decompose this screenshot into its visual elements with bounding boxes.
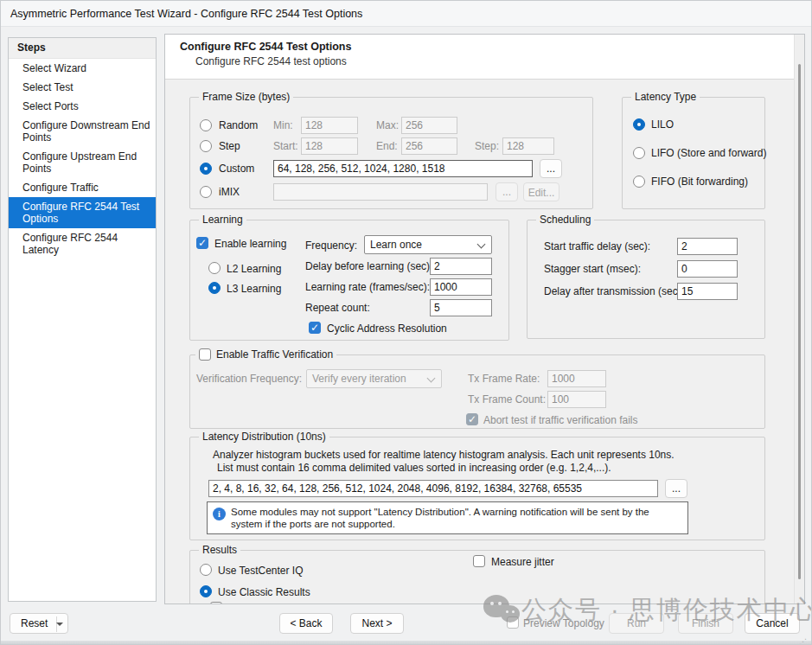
sidebar-item-rfc2544-latency[interactable]: Configure RFC 2544 Latency (9, 228, 156, 259)
frame-size-imix-radio[interactable] (200, 186, 212, 198)
enable-learning-label: Enable learning (214, 238, 286, 250)
sidebar-item-rfc2544-options[interactable]: Configure RFC 2544 Test Options (9, 197, 156, 228)
lifo-radio[interactable] (633, 147, 645, 159)
window-title: Asymmetric Performance Test Wizard - Con… (10, 8, 362, 20)
step-field[interactable] (502, 137, 554, 155)
frequency-value: Learn once (370, 239, 422, 251)
frame-size-random-radio[interactable] (200, 119, 212, 131)
latency-type-legend: Latency Type (631, 91, 700, 103)
delay-before-learning-label: Delay before learning (sec): (305, 260, 432, 272)
imix-field[interactable] (273, 183, 488, 201)
learning-rate-field[interactable] (430, 278, 492, 296)
frequency-dropdown[interactable]: Learn once (364, 235, 492, 254)
frame-size-step-radio[interactable] (200, 140, 212, 152)
resize-grip[interactable]: ⋰ (799, 637, 808, 645)
min-field[interactable] (301, 117, 358, 134)
verification-frequency-value: Verify every iteration (312, 373, 406, 385)
page-header: Configure RFC 2544 Test Options Configur… (165, 35, 804, 80)
l3-learning-radio[interactable] (208, 282, 221, 294)
lifo-label: LIFO (Store and forward) (651, 147, 766, 159)
chevron-down-icon (477, 240, 486, 249)
l3-learning-label: L3 Learning (227, 283, 281, 295)
vertical-scrollbar[interactable] (794, 35, 804, 603)
sidebar-item-configure-upstream[interactable]: Configure Upstream End Points (9, 147, 156, 178)
latency-distribution-browse-button[interactable]: ... (665, 479, 687, 498)
delay-before-learning-field[interactable] (430, 258, 492, 275)
caret-down-icon (56, 623, 63, 626)
title-bar: Asymmetric Performance Test Wizard - Con… (1, 1, 811, 27)
abort-test-checkbox[interactable]: ✓ (466, 413, 478, 425)
footer-bar: Reset < Back Next > Preview Topology Run… (1, 604, 811, 645)
use-classic-results-radio[interactable] (200, 585, 212, 597)
sidebar-item-select-ports[interactable]: Select Ports (9, 97, 156, 116)
start-traffic-delay-field[interactable] (677, 238, 738, 255)
step-label: Step: (475, 140, 499, 152)
end-field[interactable] (401, 137, 457, 155)
enable-learning-checkbox[interactable]: ✓ (196, 237, 208, 249)
checkmark-icon: ✓ (198, 237, 207, 249)
frame-size-step-label: Step (219, 140, 240, 152)
use-testcenter-iq-radio[interactable] (200, 564, 212, 576)
latency-distribution-desc2: List must contain 16 comma delimited val… (217, 462, 611, 474)
cancel-button[interactable]: Cancel (745, 613, 800, 634)
preview-topology-label: Preview Topology (523, 617, 604, 629)
latency-distribution-note: i Some modules may not support "Latency … (207, 501, 688, 534)
delay-after-transmission-field[interactable] (677, 283, 738, 300)
back-button[interactable]: < Back (279, 613, 333, 634)
sidebar-item-select-test[interactable]: Select Test (9, 78, 156, 97)
wizard-window: Asymmetric Performance Test Wizard - Con… (0, 0, 812, 645)
use-classic-results-label: Use Classic Results (218, 586, 310, 598)
sidebar-item-configure-downstream[interactable]: Configure Downstream End Points (9, 116, 156, 147)
custom-frame-sizes-field[interactable] (273, 160, 533, 177)
delay-after-transmission-label: Delay after transmission (sec): (544, 285, 684, 297)
lilo-radio[interactable] (633, 118, 645, 131)
custom-browse-button[interactable]: ... (540, 159, 562, 178)
steps-sidebar: Steps Select Wizard Select Test Select P… (8, 37, 157, 602)
learning-legend: Learning (199, 214, 246, 226)
page-subtitle: Configure RFC 2544 test options (195, 55, 347, 67)
enable-traffic-verification-checkbox[interactable] (199, 348, 211, 361)
repeat-count-field[interactable] (430, 299, 492, 316)
start-label: Start: (273, 140, 298, 152)
frequency-label: Frequency: (305, 239, 357, 252)
scrollbar-thumb[interactable] (798, 64, 801, 579)
results-legend: Results (199, 544, 240, 556)
next-button[interactable]: Next > (350, 613, 404, 634)
reset-button[interactable]: Reset (10, 613, 68, 634)
checkmark-icon: ✓ (310, 322, 319, 334)
start-traffic-delay-label: Start traffic delay (sec): (544, 240, 650, 252)
sidebar-item-configure-traffic[interactable]: Configure Traffic (9, 178, 156, 197)
tx-frame-rate-field[interactable] (547, 370, 606, 387)
use-testcenter-iq-label: Use TestCenter IQ (218, 565, 303, 577)
enable-traffic-verification-label: Enable Traffic Verification (216, 348, 333, 361)
frame-size-custom-radio[interactable] (200, 163, 212, 175)
learning-rate-label: Learning rate (frames/sec): (305, 281, 430, 293)
content-panel: Configure RFC 2544 Test Options Configur… (164, 34, 805, 604)
latency-distribution-field[interactable] (208, 480, 658, 497)
run-button[interactable]: Run (609, 613, 664, 634)
measure-jitter-checkbox[interactable] (473, 555, 485, 567)
frame-size-legend: Frame Size (bytes) (199, 91, 293, 103)
l2-learning-label: L2 Learning (227, 263, 281, 275)
info-icon: i (213, 508, 226, 520)
cyclic-address-checkbox[interactable]: ✓ (309, 322, 321, 334)
verification-frequency-dropdown[interactable]: Verify every iteration (306, 369, 442, 388)
finish-button[interactable]: Finish (678, 613, 733, 634)
stagger-start-field[interactable] (677, 260, 738, 278)
scheduling-legend: Scheduling (536, 214, 594, 226)
tx-frame-count-field[interactable] (547, 391, 606, 408)
latency-distribution-desc1: Analyzer histogram buckets used for real… (213, 449, 675, 461)
latency-distribution-legend: Latency Distribution (10ns) (199, 431, 329, 443)
max-field[interactable] (401, 117, 457, 134)
frame-size-random-label: Random (219, 119, 258, 131)
cyclic-address-label: Cyclic Address Resolution (327, 322, 447, 335)
imix-browse-button[interactable]: ... (496, 182, 518, 201)
stagger-start-label: Stagger start (msec): (544, 263, 641, 275)
verification-frequency-label: Verification Frequency: (196, 373, 302, 385)
fifo-radio[interactable] (633, 176, 645, 188)
preview-topology-checkbox[interactable] (507, 616, 519, 629)
imix-edit-button[interactable]: Edit... (523, 182, 559, 201)
sidebar-item-select-wizard[interactable]: Select Wizard (9, 59, 156, 78)
l2-learning-radio[interactable] (208, 262, 221, 274)
start-field[interactable] (301, 137, 358, 155)
